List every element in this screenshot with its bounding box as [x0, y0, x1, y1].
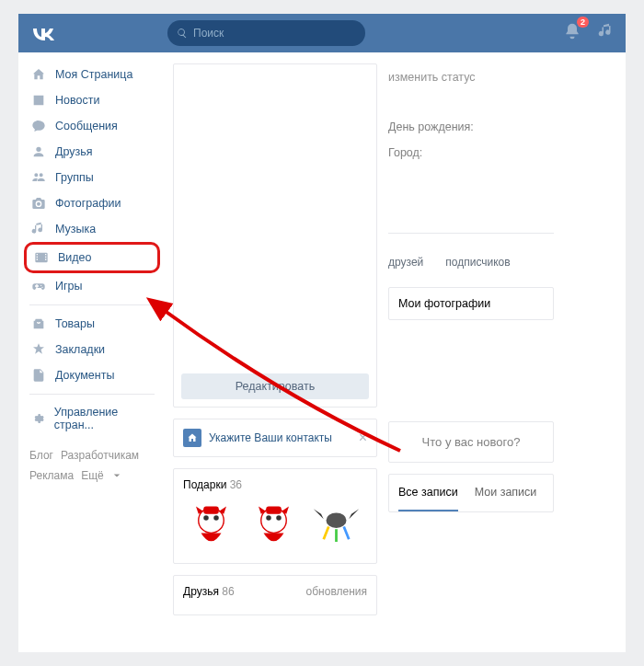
- nav-photos[interactable]: Фотографии: [18, 190, 166, 216]
- birthday-row: День рождения:: [388, 121, 554, 133]
- nav-market[interactable]: Товары: [18, 311, 166, 337]
- nav-games[interactable]: Игры: [18, 273, 166, 299]
- music-icon[interactable]: [598, 23, 615, 43]
- svg-rect-3: [203, 506, 219, 513]
- search-icon: [177, 28, 188, 39]
- nav-manage[interactable]: Управление стран...: [18, 400, 166, 437]
- home-icon: [183, 429, 201, 447]
- photos-section[interactable]: Мои фотографии: [388, 287, 554, 320]
- footer-ads[interactable]: Реклама: [29, 469, 74, 482]
- nav-my-page[interactable]: Моя Страница: [18, 62, 166, 87]
- nav-bookmarks[interactable]: Закладки: [18, 337, 166, 362]
- footer-links: БлогРазработчикам РекламаЕщё: [18, 437, 166, 495]
- gift-item[interactable]: [183, 499, 238, 554]
- vk-logo[interactable]: [29, 20, 57, 46]
- right-column: изменить статус День рождения: Город: др…: [377, 52, 561, 615]
- gifts-header[interactable]: Подарки 36: [183, 478, 367, 491]
- svg-point-6: [276, 515, 282, 521]
- status-link[interactable]: изменить статус: [388, 71, 554, 84]
- search-placeholder: Поиск: [193, 27, 224, 40]
- svg-point-1: [203, 515, 209, 521]
- sidebar-nav: Моя Страница Новости Сообщения Друзья Гр…: [18, 52, 166, 615]
- edit-button[interactable]: Редактировать: [181, 373, 369, 399]
- whatsnew-box[interactable]: Что у вас нового?: [388, 421, 554, 463]
- gift-item[interactable]: [308, 499, 363, 554]
- footer-devs[interactable]: Разработчикам: [61, 449, 139, 462]
- svg-point-5: [266, 515, 271, 521]
- nav-documents[interactable]: Документы: [18, 362, 166, 388]
- nav-friends[interactable]: Друзья: [18, 139, 166, 165]
- notifications-icon[interactable]: 2: [563, 22, 581, 44]
- nav-video[interactable]: Видео: [30, 247, 154, 268]
- nav-video-highlighted: Видео: [24, 242, 160, 273]
- friends-header[interactable]: Друзья 86обновления: [183, 585, 367, 598]
- footer-blog[interactable]: Блог: [29, 449, 53, 462]
- nav-news[interactable]: Новости: [18, 87, 166, 113]
- nav-groups[interactable]: Группы: [18, 165, 166, 190]
- tab-all[interactable]: Все записи: [398, 475, 458, 511]
- nav-music[interactable]: Музыка: [18, 216, 166, 242]
- counter-row: друзей подписчиков: [388, 248, 554, 276]
- tab-my[interactable]: Мои записи: [475, 475, 537, 511]
- contacts-text[interactable]: Укажите Ваши контакты: [209, 431, 359, 444]
- svg-point-8: [326, 512, 346, 528]
- contacts-prompt-box: Укажите Ваши контакты ×: [173, 419, 377, 457]
- search-box[interactable]: Поиск: [167, 20, 365, 46]
- friends-counter[interactable]: друзей: [388, 256, 423, 269]
- nav-divider: [29, 394, 155, 395]
- profile-box: Редактировать: [173, 63, 377, 408]
- svg-rect-7: [266, 506, 282, 513]
- close-icon[interactable]: ×: [359, 430, 367, 446]
- header-bar: Поиск 2: [18, 14, 626, 52]
- nav-messages[interactable]: Сообщения: [18, 113, 166, 139]
- nav-divider: [29, 304, 155, 305]
- profile-image[interactable]: [181, 72, 369, 366]
- gifts-box: Подарки 36: [173, 468, 377, 564]
- svg-point-2: [213, 515, 219, 521]
- friends-box: Друзья 86обновления: [173, 575, 377, 615]
- gift-item[interactable]: [246, 499, 301, 554]
- main-column: Редактировать Укажите Ваши контакты × По…: [166, 52, 377, 615]
- notification-badge: 2: [577, 17, 589, 28]
- footer-more[interactable]: Ещё: [81, 466, 121, 487]
- tabs-box: Все записи Мои записи: [388, 474, 554, 512]
- subs-counter[interactable]: подписчиков: [445, 256, 510, 269]
- city-row: Город:: [388, 146, 554, 159]
